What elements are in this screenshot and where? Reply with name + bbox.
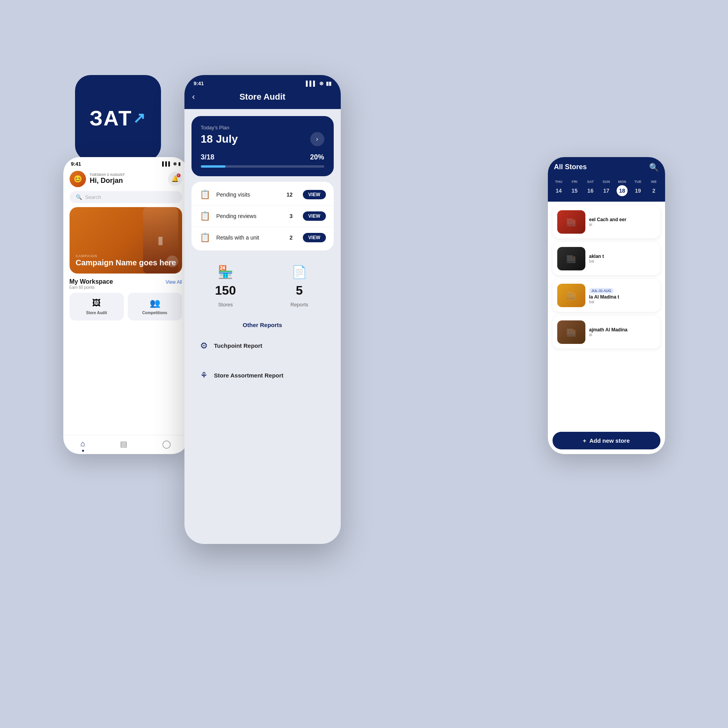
workspace-section: My Workspace Earn 60 points View All 🖼 S… [63, 278, 188, 320]
bottom-nav-left: ⌂ ▤ ◯ [63, 435, 188, 454]
add-store-label: Add new store [589, 437, 630, 444]
cal-mon[interactable]: MON 18 [617, 180, 628, 196]
pending-reviews-item: 📋 Pending reviews 3 VIEW [191, 206, 334, 227]
right-top-header: All Stores 🔍 [548, 157, 665, 177]
notification-dot: 9 [177, 174, 181, 177]
store-info-3: ajmath Al Madina ai [589, 327, 656, 337]
reports-stat-card[interactable]: 📄 5 Reports [265, 256, 334, 316]
user-info: 😊 TUESDAY 2 AUGUST Hi, Dorjan [70, 171, 125, 187]
avatar: 😊 [70, 171, 86, 187]
store-name-3: ajmath Al Madina [589, 327, 656, 333]
pending-visits-item: 📋 Pending visits 12 VIEW [191, 184, 334, 206]
cal-thu: THU 14 [553, 180, 564, 196]
date-label: TUESDAY 2 AUGUST [90, 173, 125, 177]
pending-visits-label: Pending visits [216, 191, 281, 198]
search-placeholder: Search [85, 194, 101, 200]
cal-sat: SAT 16 [585, 180, 596, 196]
nav-home[interactable]: ⌂ [80, 439, 85, 452]
stores-stat-icon: 🏪 [218, 265, 233, 279]
center-phone: 9:41 ▌▌▌ ⊛ ▮▮ ‹ Store Audit Today's Plan… [184, 75, 341, 544]
bat-logo: ЗАТ ↗ [75, 75, 161, 161]
store-name-2: la Al Madina t [589, 294, 656, 300]
other-reports-label: Other Reports [191, 322, 334, 328]
stores-list: 🏬 eel Cach and eer ai 🏬 aklan t bai 🏬 [548, 202, 665, 429]
reports-stat-number: 5 [296, 283, 303, 298]
notification-bell[interactable]: 🔔 9 [168, 172, 182, 186]
user-greeting: Hi, Dorjan [90, 177, 125, 185]
pending-visits-view-btn[interactable]: VIEW [303, 190, 326, 199]
ws-card-store-audit[interactable]: 🖼 Store Audit [70, 293, 124, 320]
store-sub-3: ai [589, 333, 656, 337]
campaign-banner[interactable]: ▮ CAMPAIGN Campaign Name goes here › [70, 207, 182, 274]
back-button[interactable]: ‹ [192, 92, 195, 102]
plan-percentage: 20% [310, 153, 324, 161]
competitions-label: Competitions [142, 311, 167, 315]
calendar-days: THU 14 FRI 15 SAT 16 SUN 17 MON 18 [548, 180, 665, 196]
status-icons-left: ▌▌▌ ⊛ ▮ [162, 161, 180, 166]
all-stores-title: All Stores [554, 163, 587, 171]
visit-items: 📋 Pending visits 12 VIEW 📋 Pending revie… [191, 182, 334, 250]
store-item-2[interactable]: 🏬 JUL-31 AUG la Al Madina t bai [553, 279, 660, 312]
search-icon-right[interactable]: 🔍 [649, 163, 659, 172]
pending-reviews-label: Pending reviews [216, 213, 284, 219]
plan-chevron[interactable]: › [310, 132, 324, 146]
stats-row: 🏪 150 Stores 📄 5 Reports [191, 256, 334, 316]
center-content: Today's Plan 18 July › 3/18 20% 📋 Pendin… [184, 109, 341, 544]
cal-sun: SUN 17 [601, 180, 612, 196]
store-info-2: JUL-31 AUG la Al Madina t bai [589, 286, 656, 304]
store-info-0: eel Cach and eer ai [589, 217, 656, 227]
status-bar-center: 9:41 ▌▌▌ ⊛ ▮▮ [184, 75, 341, 89]
top-nav-center: ‹ Store Audit [184, 89, 341, 109]
store-sub-2: bai [589, 300, 656, 304]
tuchpoint-report-label: Tuchpoint Report [214, 342, 263, 349]
tuchpoint-report-item[interactable]: ⚙ Tuchpoint Report [191, 334, 334, 358]
stores-stat-label: Stores [218, 302, 233, 308]
tuchpoint-report-icon: ⚙ [200, 341, 208, 351]
reports-stat-label: Reports [290, 302, 308, 308]
store-thumb-0: 🏬 [557, 210, 585, 234]
workspace-subtitle: Earn 60 points [70, 285, 113, 290]
retails-count: 2 [290, 234, 293, 241]
stores-stat-card[interactable]: 🏪 150 Stores [191, 256, 260, 316]
store-sub-0: ai [589, 222, 656, 227]
store-audit-icon: 🖼 [92, 298, 101, 308]
store-item-0[interactable]: 🏬 eel Cach and eer ai [553, 206, 660, 238]
time-left: 9:41 [71, 161, 81, 167]
add-store-icon: + [583, 437, 586, 444]
store-assortment-report-icon: ⚘ [200, 370, 208, 381]
progress-bar-fill [201, 165, 225, 168]
plan-date: 18 July [201, 133, 238, 145]
store-thumb-3: 🏬 [557, 320, 585, 344]
nav-card[interactable]: ▤ [120, 439, 127, 452]
search-icon-left: 🔍 [76, 194, 82, 200]
home-icon: ⌂ [80, 439, 85, 448]
store-audit-label: Store Audit [86, 311, 107, 315]
store-assortment-report-item[interactable]: ⚘ Store Assortment Report [191, 363, 334, 388]
banner-arrow[interactable]: › [166, 256, 178, 267]
pending-reviews-icon: 📋 [199, 211, 211, 221]
pending-visits-count: 12 [286, 191, 293, 198]
store-sub-1: bai [589, 259, 656, 263]
store-thumb-1: 🏬 [557, 247, 585, 270]
retails-view-btn[interactable]: VIEW [303, 233, 326, 242]
today-plan-card: Today's Plan 18 July › 3/18 20% [191, 116, 334, 176]
pending-reviews-view-btn[interactable]: VIEW [303, 211, 326, 221]
plan-label: Today's Plan [201, 125, 324, 131]
store-assortment-report-label: Store Assortment Report [214, 372, 284, 379]
view-all-link[interactable]: View All [166, 279, 182, 285]
store-item-3[interactable]: 🏬 ajmath Al Madina ai [553, 316, 660, 349]
banner-text: CAMPAIGN Campaign Name goes here [76, 254, 176, 267]
store-info-1: aklan t bai [589, 254, 656, 263]
progress-bar-bg [201, 165, 324, 168]
nav-profile[interactable]: ◯ [162, 439, 171, 452]
ws-card-competitions[interactable]: 👥 Competitions [128, 293, 182, 320]
calendar-strip: THU 14 FRI 15 SAT 16 SUN 17 MON 18 [548, 177, 665, 202]
home-active-dot [82, 450, 84, 452]
workspace-cards: 🖼 Store Audit 👥 Competitions [70, 293, 182, 320]
retails-icon: 📋 [199, 233, 211, 243]
add-store-button[interactable]: + Add new store [553, 432, 660, 449]
bat-text: ЗАТ [89, 106, 132, 130]
stores-stat-number: 150 [215, 283, 236, 298]
search-bar-left[interactable]: 🔍 Search [70, 191, 182, 203]
store-item-1[interactable]: 🏬 aklan t bai [553, 242, 660, 275]
